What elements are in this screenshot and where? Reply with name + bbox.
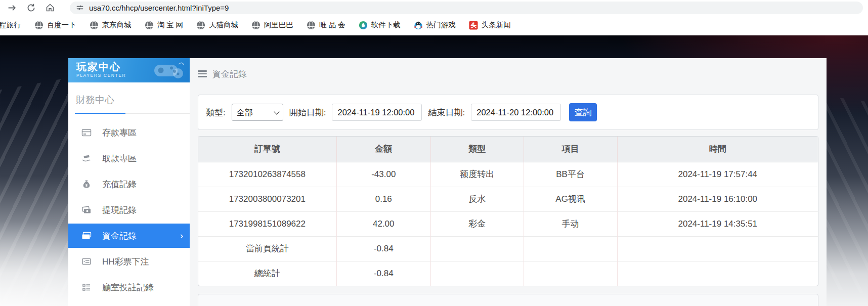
filter-bar: 類型: 全部 開始日期: 結束日期: 查詢: [198, 95, 818, 130]
table-cell: AG视讯: [524, 187, 617, 211]
table-cell: [524, 261, 617, 286]
home-icon: [45, 3, 55, 13]
column-header: 時間: [617, 137, 818, 162]
table-cell: BB平台: [524, 162, 617, 187]
column-header: 項目: [524, 137, 617, 162]
bookmark-item[interactable]: 京东商城: [90, 20, 132, 30]
table-row: 當前頁統計-0.84: [198, 236, 818, 261]
globe-icon: [307, 21, 316, 30]
news-icon: 头: [469, 21, 478, 30]
table-cell: 反水: [430, 187, 524, 211]
menu-item-icon: [81, 231, 92, 241]
sidebar-item-5[interactable]: 資金記錄›: [68, 224, 190, 248]
table-cell: 手动: [524, 211, 617, 236]
bookmark-item[interactable]: 唯 品 会: [307, 20, 345, 30]
table-header-row: 訂單號金額類型項目時間: [198, 137, 818, 162]
start-date-label: 開始日期:: [289, 107, 326, 118]
table-cell: 彩金: [430, 211, 524, 236]
bookmark-label: 唯 品 会: [319, 20, 345, 30]
browser-window: usa70.cc/hhcp/usercenter.html?iniType=9 …: [0, 0, 868, 306]
table-cell: 42.00: [336, 211, 430, 236]
table-cell: 總統計: [198, 261, 336, 286]
page-background: 玩家中心 PLAYERS CENTER 財務中心 存款專區取款專區充值記錄提現記…: [0, 35, 868, 306]
bookmark-item[interactable]: 淘 宝 网: [145, 20, 184, 30]
sidebar-item-1[interactable]: 存款專區: [68, 120, 190, 145]
bookmark-label: 软件下载: [371, 20, 401, 30]
records-table-card: 訂單號金額類型項目時間 1732010263874558-43.00额度转出BB…: [198, 136, 818, 286]
table-cell: [430, 261, 524, 286]
records-table: 訂單號金額類型項目時間 1732010263874558-43.00额度转出BB…: [198, 137, 818, 286]
end-date-input[interactable]: [471, 104, 561, 121]
bookmarks-bar: 程旅行百度一下京东商城淘 宝 网天猫商城阿里巴巴唯 品 会软件下载热门游戏头头条…: [0, 15, 868, 35]
table-cell: [617, 261, 818, 286]
sidebar: 玩家中心 PLAYERS CENTER 財務中心 存款專區取款專區充值記錄提現記…: [68, 58, 190, 306]
column-header: 訂單號: [198, 137, 336, 162]
forward-button[interactable]: [5, 1, 18, 14]
table-cell: -43.00: [336, 162, 430, 187]
type-select[interactable]: 全部: [232, 104, 283, 121]
search-button[interactable]: 查詢: [569, 103, 597, 121]
table-cell: 2024-11-19 17:57:44: [617, 162, 818, 187]
menu-item-icon: [81, 256, 92, 267]
bookmark-label: 淘 宝 网: [157, 20, 184, 30]
menu-item-label: HH彩票下注: [102, 256, 149, 268]
sidebar-header: 玩家中心 PLAYERS CENTER: [68, 58, 190, 82]
start-date-input[interactable]: [332, 104, 422, 121]
menu-item-icon: [81, 205, 92, 215]
bookmark-item[interactable]: 热门游戏: [414, 20, 456, 30]
table-cell: 0.16: [336, 187, 430, 211]
end-date-label: 結束日期:: [428, 107, 465, 118]
pagination-panel: [198, 294, 818, 306]
menu-item-label: 資金記錄: [102, 230, 137, 242]
table-row: 1732010263874558-43.00额度转出BB平台2024-11-19…: [198, 162, 818, 187]
sidebar-item-4[interactable]: 提現記錄: [68, 198, 190, 222]
sidebar-item-7[interactable]: 廳室投註記錄: [68, 275, 190, 299]
bookmark-item[interactable]: 程旅行: [0, 20, 21, 30]
globe-icon: [251, 21, 261, 30]
software-icon: [359, 21, 368, 30]
bookmark-item[interactable]: 百度一下: [34, 20, 76, 30]
table-cell: 1731998151089622: [198, 211, 336, 236]
table-cell: 1732003800073201: [198, 187, 336, 211]
reload-button[interactable]: [24, 1, 37, 14]
menu-item-icon: [81, 179, 92, 189]
menu-toggle-icon[interactable]: [198, 70, 207, 77]
menu-item-label: 廳室投註記錄: [102, 282, 154, 293]
svg-text:头: 头: [470, 22, 476, 28]
browser-toolbar: usa70.cc/hhcp/usercenter.html?iniType=9: [0, 0, 868, 15]
menu-item-label: 取款專區: [102, 153, 137, 164]
sidebar-item-2[interactable]: 取款專區: [68, 146, 190, 170]
bookmark-label: 热门游戏: [426, 20, 456, 30]
reload-icon: [26, 3, 36, 13]
forward-arrow-icon: [7, 3, 17, 13]
type-label: 類型:: [206, 107, 226, 118]
table-cell: 2024-11-19 14:35:51: [617, 211, 818, 236]
globe-icon: [90, 21, 99, 30]
bookmark-item[interactable]: 软件下载: [359, 20, 401, 30]
bookmark-item[interactable]: 阿里巴巴: [251, 20, 293, 30]
globe-icon: [145, 21, 154, 30]
bookmark-label: 京东商城: [102, 20, 132, 30]
sidebar-item-6[interactable]: HH彩票下注: [68, 249, 190, 274]
bookmark-label: 百度一下: [47, 20, 76, 30]
table-cell: 1732010263874558: [198, 162, 336, 187]
table-cell: -0.84: [336, 261, 430, 286]
main-panel: 資金記錄 類型: 全部 開始日期: 結束日期: 查詢 訂單號金額類型項目時間 1…: [190, 58, 827, 306]
address-bar[interactable]: usa70.cc/hhcp/usercenter.html?iniType=9: [70, 2, 863, 14]
table-cell: 當前頁統計: [198, 236, 336, 261]
column-header: 類型: [430, 137, 524, 162]
bookmark-item[interactable]: 头头条新闻: [469, 20, 511, 30]
home-button[interactable]: [44, 1, 57, 14]
bookmark-label: 阿里巴巴: [264, 20, 293, 30]
sidebar-item-3[interactable]: 充值記錄: [68, 172, 190, 196]
menu-item-icon: [81, 282, 92, 292]
url-text[interactable]: usa70.cc/hhcp/usercenter.html?iniType=9: [89, 4, 229, 12]
menu-item-label: 充值記錄: [102, 179, 137, 190]
finance-center-section-title: 財務中心: [68, 82, 190, 113]
site-settings-icon: [76, 4, 84, 12]
bookmark-item[interactable]: 天猫商城: [196, 20, 238, 30]
menu-item-icon: [81, 127, 92, 138]
column-header: 金額: [336, 137, 430, 162]
table-cell: 额度转出: [430, 162, 524, 187]
globe-icon: [34, 21, 44, 30]
